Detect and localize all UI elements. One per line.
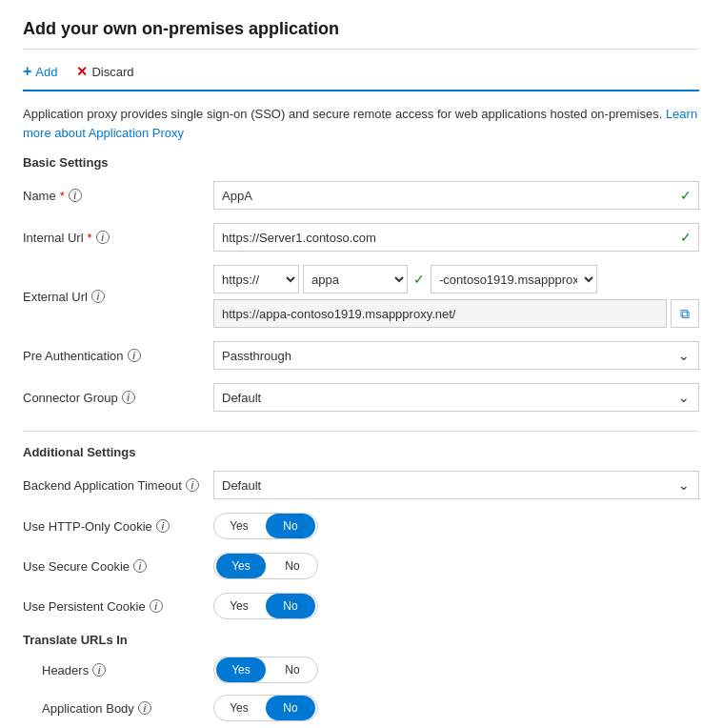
http-only-yes-option[interactable]: Yes: [214, 514, 264, 538]
connector-group-select-wrapper: Default: [213, 383, 699, 412]
name-required: *: [60, 189, 65, 203]
pre-auth-label: Pre Authentication i: [23, 349, 213, 363]
headers-row: Headers i Yes No: [23, 657, 699, 683]
http-only-row: Use HTTP-Only Cookie i Yes No: [23, 513, 699, 539]
http-only-toggle[interactable]: Yes No: [213, 513, 318, 539]
headers-yes-option[interactable]: Yes: [216, 657, 266, 682]
http-only-info-icon: i: [156, 519, 170, 533]
persistent-cookie-no-option[interactable]: No: [266, 594, 315, 618]
persistent-cookie-row: Use Persistent Cookie i Yes No: [23, 593, 699, 619]
secure-cookie-label: Use Secure Cookie i: [23, 559, 213, 574]
backend-timeout-info-icon: i: [186, 478, 199, 492]
copy-url-button[interactable]: ⧉: [671, 299, 699, 328]
discard-label: Discard: [91, 65, 133, 79]
connector-group-info-icon: i: [122, 391, 135, 404]
subdomain-check-icon: ✓: [413, 272, 425, 287]
connector-group-label: Connector Group i: [23, 391, 213, 405]
name-row: Name * i ✓: [23, 181, 699, 210]
backend-timeout-select[interactable]: Default: [213, 471, 699, 499]
external-url-subdomain-select[interactable]: appa: [303, 265, 408, 293]
internal-url-input[interactable]: [213, 223, 699, 252]
persistent-cookie-yes-option[interactable]: Yes: [214, 594, 264, 618]
internal-url-label: Internal Url * i: [23, 231, 213, 245]
secure-cookie-toggle[interactable]: Yes No: [213, 553, 318, 579]
name-input[interactable]: [213, 181, 699, 210]
headers-info-icon: i: [92, 663, 106, 677]
internal-url-required: *: [88, 231, 92, 245]
headers-label: Headers i: [42, 663, 213, 677]
plus-icon: +: [23, 63, 31, 80]
http-only-no-option[interactable]: No: [266, 514, 315, 538]
connector-group-row: Connector Group i Default: [23, 383, 699, 412]
connector-group-select[interactable]: Default: [213, 383, 699, 412]
pre-auth-row: Pre Authentication i Passthrough: [23, 341, 699, 370]
page-title: Add your own on-premises application: [23, 19, 699, 50]
copy-icon: ⧉: [680, 306, 690, 322]
app-body-info-icon: i: [138, 701, 151, 715]
app-body-row: Application Body i Yes No: [23, 695, 699, 721]
additional-settings-title: Additional Settings: [23, 445, 699, 459]
app-body-toggle[interactable]: Yes No: [213, 695, 318, 721]
name-info-icon: i: [69, 189, 82, 202]
backend-timeout-label: Backend Application Timeout i: [23, 478, 213, 493]
name-check-icon: ✓: [680, 188, 692, 203]
external-url-top: https:// appa ✓ -contoso1919.msappproxy.…: [213, 265, 699, 293]
headers-toggle[interactable]: Yes No: [213, 657, 318, 683]
internal-url-info-icon: i: [96, 231, 110, 244]
basic-settings-title: Basic Settings: [23, 155, 699, 170]
external-url-row: External Url i https:// appa ✓ -contoso1…: [23, 265, 699, 328]
external-url-full-input: [213, 299, 667, 328]
x-icon: ✕: [76, 64, 88, 79]
external-url-label: External Url i: [23, 290, 213, 304]
description-text: Application proxy provides single sign-o…: [23, 107, 666, 121]
add-button[interactable]: + Add: [23, 63, 57, 80]
pre-auth-info-icon: i: [128, 349, 141, 362]
backend-timeout-select-wrapper: Default: [213, 471, 699, 499]
discard-button[interactable]: ✕ Discard: [76, 64, 133, 79]
external-url-protocol-select[interactable]: https://: [213, 265, 299, 293]
settings-separator: [23, 431, 699, 432]
persistent-cookie-toggle[interactable]: Yes No: [213, 593, 318, 619]
translate-urls-title: Translate URLs In: [23, 633, 699, 647]
headers-no-option[interactable]: No: [268, 657, 317, 682]
persistent-cookie-info-icon: i: [150, 599, 163, 613]
app-body-yes-option[interactable]: Yes: [214, 696, 264, 720]
http-only-label: Use HTTP-Only Cookie i: [23, 519, 213, 534]
external-url-readonly-wrapper: ⧉: [213, 299, 699, 328]
secure-cookie-row: Use Secure Cookie i Yes No: [23, 553, 699, 579]
external-url-domain-select[interactable]: -contoso1919.msappproxy.net/: [431, 265, 597, 293]
add-label: Add: [35, 65, 57, 79]
name-label: Name * i: [23, 189, 213, 203]
secure-cookie-no-option[interactable]: No: [268, 554, 317, 578]
persistent-cookie-label: Use Persistent Cookie i: [23, 599, 213, 614]
internal-url-check-icon: ✓: [680, 230, 692, 245]
app-body-label: Application Body i: [42, 701, 213, 716]
internal-url-row: Internal Url * i ✓: [23, 223, 699, 252]
external-url-controls: https:// appa ✓ -contoso1919.msappproxy.…: [213, 265, 699, 328]
toolbar: + Add ✕ Discard: [23, 63, 699, 91]
external-url-info-icon: i: [91, 290, 105, 303]
secure-cookie-info-icon: i: [133, 559, 147, 573]
backend-timeout-row: Backend Application Timeout i Default: [23, 471, 699, 499]
name-field-wrapper: ✓: [213, 181, 699, 210]
app-body-no-option[interactable]: No: [266, 696, 315, 720]
description: Application proxy provides single sign-o…: [23, 105, 699, 142]
internal-url-field-wrapper: ✓: [213, 223, 699, 252]
pre-auth-select-wrapper: Passthrough: [213, 341, 699, 370]
pre-auth-select[interactable]: Passthrough: [213, 341, 699, 370]
secure-cookie-yes-option[interactable]: Yes: [216, 554, 266, 578]
